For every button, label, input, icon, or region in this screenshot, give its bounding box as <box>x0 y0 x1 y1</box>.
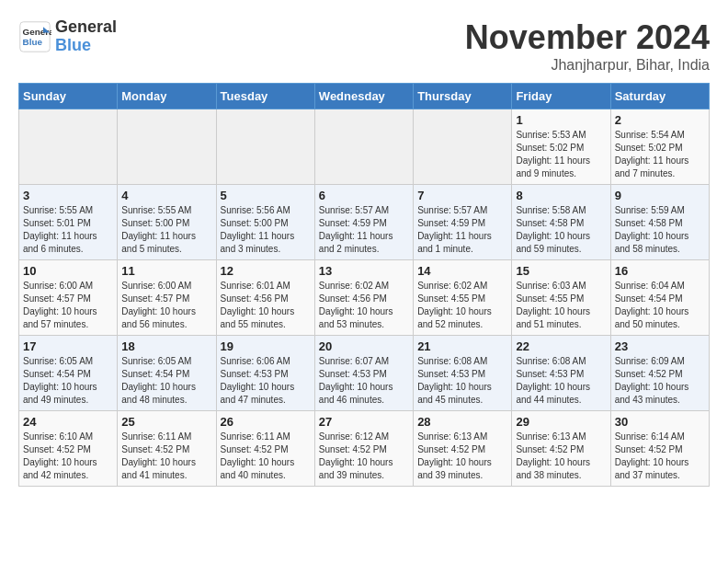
day-info: Sunrise: 6:11 AM Sunset: 4:52 PM Dayligh… <box>221 431 311 482</box>
day-info: Sunrise: 6:10 AM Sunset: 4:52 PM Dayligh… <box>23 431 113 482</box>
calendar-cell: 24Sunrise: 6:10 AM Sunset: 4:52 PM Dayli… <box>19 411 118 487</box>
calendar-cell <box>216 109 314 185</box>
calendar-cell <box>414 109 512 185</box>
day-info: Sunrise: 5:58 AM Sunset: 4:58 PM Dayligh… <box>516 204 606 256</box>
day-number: 20 <box>319 339 409 353</box>
weekday-header-cell: Friday <box>512 84 610 109</box>
day-info: Sunrise: 6:02 AM Sunset: 4:56 PM Dayligh… <box>319 280 409 331</box>
calendar-cell: 22Sunrise: 6:08 AM Sunset: 4:53 PM Dayli… <box>512 336 610 411</box>
calendar-cell: 19Sunrise: 6:06 AM Sunset: 4:53 PM Dayli… <box>216 336 314 411</box>
day-number: 23 <box>615 339 705 353</box>
calendar-cell: 8Sunrise: 5:58 AM Sunset: 4:58 PM Daylig… <box>512 185 610 260</box>
day-number: 8 <box>516 189 606 202</box>
day-number: 5 <box>221 189 311 202</box>
day-info: Sunrise: 5:53 AM Sunset: 5:02 PM Dayligh… <box>516 129 606 180</box>
day-info: Sunrise: 6:13 AM Sunset: 4:52 PM Dayligh… <box>417 431 507 482</box>
day-number: 25 <box>121 415 211 429</box>
calendar-cell: 1Sunrise: 5:53 AM Sunset: 5:02 PM Daylig… <box>512 109 610 185</box>
day-number: 6 <box>319 189 409 202</box>
day-info: Sunrise: 5:59 AM Sunset: 4:58 PM Dayligh… <box>615 204 705 256</box>
day-info: Sunrise: 6:00 AM Sunset: 4:57 PM Dayligh… <box>121 280 211 331</box>
day-info: Sunrise: 6:09 AM Sunset: 4:52 PM Dayligh… <box>615 355 705 407</box>
day-info: Sunrise: 6:04 AM Sunset: 4:54 PM Dayligh… <box>615 280 705 331</box>
calendar-cell: 9Sunrise: 5:59 AM Sunset: 4:58 PM Daylig… <box>610 185 709 260</box>
day-number: 7 <box>417 189 507 202</box>
day-number: 2 <box>615 113 705 127</box>
day-info: Sunrise: 5:55 AM Sunset: 5:00 PM Dayligh… <box>121 204 211 256</box>
calendar-cell: 23Sunrise: 6:09 AM Sunset: 4:52 PM Dayli… <box>610 336 709 411</box>
calendar-cell: 7Sunrise: 5:57 AM Sunset: 4:59 PM Daylig… <box>414 185 512 260</box>
calendar-cell: 12Sunrise: 6:01 AM Sunset: 4:56 PM Dayli… <box>216 260 314 336</box>
day-number: 21 <box>417 339 507 353</box>
logo: General Blue General Blue <box>18 18 117 55</box>
weekday-header-cell: Thursday <box>414 84 512 109</box>
day-number: 28 <box>417 415 507 429</box>
day-number: 22 <box>516 339 606 353</box>
day-number: 16 <box>615 264 705 278</box>
day-number: 4 <box>121 189 211 202</box>
day-number: 26 <box>221 415 311 429</box>
day-number: 29 <box>516 415 606 429</box>
day-info: Sunrise: 6:02 AM Sunset: 4:55 PM Dayligh… <box>417 280 507 331</box>
calendar-body: 1Sunrise: 5:53 AM Sunset: 5:02 PM Daylig… <box>19 109 710 487</box>
day-info: Sunrise: 5:57 AM Sunset: 4:59 PM Dayligh… <box>319 204 409 256</box>
calendar-cell: 2Sunrise: 5:54 AM Sunset: 5:02 PM Daylig… <box>610 109 709 185</box>
calendar-cell: 3Sunrise: 5:55 AM Sunset: 5:01 PM Daylig… <box>19 185 118 260</box>
day-info: Sunrise: 6:07 AM Sunset: 4:53 PM Dayligh… <box>319 355 409 407</box>
day-number: 30 <box>615 415 705 429</box>
calendar-cell: 25Sunrise: 6:11 AM Sunset: 4:52 PM Dayli… <box>118 411 216 487</box>
calendar-cell <box>118 109 216 185</box>
logo-line2: Blue <box>55 37 117 55</box>
day-number: 19 <box>221 339 311 353</box>
calendar-cell: 15Sunrise: 6:03 AM Sunset: 4:55 PM Dayli… <box>512 260 610 336</box>
day-info: Sunrise: 6:05 AM Sunset: 4:54 PM Dayligh… <box>23 355 113 407</box>
calendar-cell: 17Sunrise: 6:05 AM Sunset: 4:54 PM Dayli… <box>19 336 118 411</box>
weekday-header-cell: Wednesday <box>314 84 413 109</box>
day-info: Sunrise: 6:08 AM Sunset: 4:53 PM Dayligh… <box>516 355 606 407</box>
day-number: 17 <box>23 339 113 353</box>
calendar-cell: 29Sunrise: 6:13 AM Sunset: 4:52 PM Dayli… <box>512 411 610 487</box>
day-number: 11 <box>121 264 211 278</box>
day-number: 12 <box>221 264 311 278</box>
day-info: Sunrise: 6:13 AM Sunset: 4:52 PM Dayligh… <box>516 431 606 482</box>
day-info: Sunrise: 5:55 AM Sunset: 5:01 PM Dayligh… <box>23 204 113 256</box>
page-header: General Blue General Blue November 2024 … <box>18 18 710 74</box>
calendar-cell: 27Sunrise: 6:12 AM Sunset: 4:52 PM Dayli… <box>314 411 413 487</box>
calendar-table: SundayMondayTuesdayWednesdayThursdayFrid… <box>18 83 710 487</box>
day-number: 14 <box>417 264 507 278</box>
day-number: 27 <box>319 415 409 429</box>
calendar-cell: 10Sunrise: 6:00 AM Sunset: 4:57 PM Dayli… <box>19 260 118 336</box>
day-number: 13 <box>319 264 409 278</box>
calendar-cell: 20Sunrise: 6:07 AM Sunset: 4:53 PM Dayli… <box>314 336 413 411</box>
day-number: 15 <box>516 264 606 278</box>
calendar-week-row: 24Sunrise: 6:10 AM Sunset: 4:52 PM Dayli… <box>19 411 710 487</box>
calendar-week-row: 17Sunrise: 6:05 AM Sunset: 4:54 PM Dayli… <box>19 336 710 411</box>
day-number: 9 <box>615 189 705 202</box>
day-info: Sunrise: 6:06 AM Sunset: 4:53 PM Dayligh… <box>221 355 311 407</box>
logo-icon: General Blue <box>18 20 51 53</box>
calendar-week-row: 3Sunrise: 5:55 AM Sunset: 5:01 PM Daylig… <box>19 185 710 260</box>
calendar-cell: 26Sunrise: 6:11 AM Sunset: 4:52 PM Dayli… <box>216 411 314 487</box>
calendar-week-row: 10Sunrise: 6:00 AM Sunset: 4:57 PM Dayli… <box>19 260 710 336</box>
day-number: 3 <box>23 189 113 202</box>
day-info: Sunrise: 6:01 AM Sunset: 4:56 PM Dayligh… <box>221 280 311 331</box>
calendar-cell: 18Sunrise: 6:05 AM Sunset: 4:54 PM Dayli… <box>118 336 216 411</box>
calendar-cell: 6Sunrise: 5:57 AM Sunset: 4:59 PM Daylig… <box>314 185 413 260</box>
calendar-cell <box>19 109 118 185</box>
day-info: Sunrise: 6:00 AM Sunset: 4:57 PM Dayligh… <box>23 280 113 331</box>
day-number: 1 <box>516 113 606 127</box>
day-number: 18 <box>121 339 211 353</box>
day-info: Sunrise: 6:12 AM Sunset: 4:52 PM Dayligh… <box>319 431 409 482</box>
day-info: Sunrise: 5:54 AM Sunset: 5:02 PM Dayligh… <box>615 129 705 180</box>
calendar-cell: 14Sunrise: 6:02 AM Sunset: 4:55 PM Dayli… <box>414 260 512 336</box>
logo-line1: General <box>55 18 117 37</box>
calendar-cell: 16Sunrise: 6:04 AM Sunset: 4:54 PM Dayli… <box>610 260 709 336</box>
calendar-cell: 5Sunrise: 5:56 AM Sunset: 5:00 PM Daylig… <box>216 185 314 260</box>
weekday-header-row: SundayMondayTuesdayWednesdayThursdayFrid… <box>19 84 710 109</box>
day-info: Sunrise: 6:08 AM Sunset: 4:53 PM Dayligh… <box>417 355 507 407</box>
calendar-cell: 11Sunrise: 6:00 AM Sunset: 4:57 PM Dayli… <box>118 260 216 336</box>
title-block: November 2024 Jhanjharpur, Bihar, India <box>465 18 710 74</box>
day-info: Sunrise: 6:03 AM Sunset: 4:55 PM Dayligh… <box>516 280 606 331</box>
day-info: Sunrise: 6:14 AM Sunset: 4:52 PM Dayligh… <box>615 431 705 482</box>
month-year: November 2024 <box>465 18 710 57</box>
